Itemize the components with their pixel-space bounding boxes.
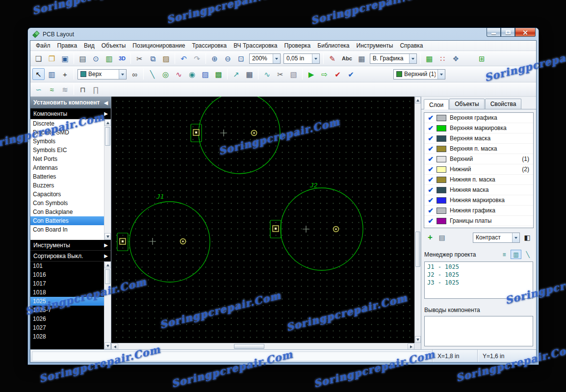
open-file-button[interactable]: ❐ [46, 52, 58, 64]
footprint-battery-j1[interactable]: J1 [117, 193, 210, 282]
ratlines-button[interactable]: ↗ [230, 68, 242, 80]
part-number-item[interactable]: 1017 [30, 279, 104, 288]
layer-visibility-checkbox[interactable]: ✔ [426, 165, 435, 174]
layer-visibility-checkbox[interactable]: ✔ [426, 185, 435, 194]
board-view-button[interactable]: ▥ [46, 68, 58, 80]
layer-color-swatch[interactable] [437, 166, 446, 173]
menu-item-11[interactable]: Справка [396, 41, 426, 50]
layer-color-swatch[interactable] [437, 135, 446, 142]
layer-color-swatch[interactable] [437, 177, 446, 183]
layer-color-swatch[interactable] [437, 187, 446, 193]
menu-item-2[interactable]: Правка [54, 41, 81, 50]
scroll-down-button[interactable] [104, 233, 111, 240]
scroll-up-button[interactable] [415, 97, 421, 104]
copy-button[interactable]: ⧉ [147, 52, 159, 64]
layer-visibility-checkbox[interactable]: ✔ [426, 113, 435, 122]
layer-color-swatch[interactable] [437, 208, 446, 214]
scroll-thumb[interactable] [415, 232, 420, 267]
print-button[interactable]: ▤ [77, 52, 89, 64]
part-number-item[interactable]: 1025-7 [30, 306, 104, 314]
scroll-up-button[interactable] [104, 261, 111, 268]
part-number-item[interactable]: 1016 [30, 270, 104, 279]
panel-toggle-button[interactable]: ⊞ [476, 52, 488, 64]
reference-label[interactable]: J2 [309, 182, 318, 189]
place-component-header[interactable]: Установить компонент ◀ [30, 97, 111, 108]
place-line-button[interactable]: ╲ [146, 68, 158, 80]
layer-properties-button[interactable]: ▤ [436, 232, 448, 243]
component-category-item[interactable]: Antennas [30, 163, 104, 172]
scroll-track[interactable] [104, 126, 111, 233]
sort-section-bar[interactable]: Сортировка Выкл. ▶ [30, 251, 111, 261]
layer-visibility-checkbox[interactable]: ✔ [426, 175, 435, 184]
paste-button[interactable]: ▨ [160, 52, 172, 64]
zoom-out-button[interactable]: ⊖ [222, 52, 234, 64]
contrast-combo[interactable]: Контраст [473, 233, 520, 243]
scroll-thumb[interactable] [105, 127, 110, 146]
place-origin-button[interactable]: + [59, 68, 71, 80]
project-component-item[interactable]: J2 - 1025 [425, 271, 533, 279]
redo-button[interactable]: ↷ [191, 52, 203, 64]
menu-item-9[interactable]: Библиотека [314, 41, 353, 50]
component-category-item[interactable]: Con Batteries [30, 216, 104, 225]
tools-section-bar[interactable]: Инструменты ▶ [30, 240, 111, 251]
component-category-item[interactable]: Buzzers [30, 181, 104, 190]
component-category-item[interactable]: Discrete SMD [30, 128, 104, 137]
report-button[interactable]: ▥ [103, 52, 115, 64]
grid-table-button[interactable]: ▦ [243, 68, 256, 80]
footprint-battery-j2[interactable]: J2 [270, 182, 363, 270]
zoom-window-button[interactable]: ⊡ [235, 52, 247, 64]
scroll-down-button[interactable] [415, 336, 421, 343]
place-fill-button[interactable]: ▨ [199, 68, 211, 80]
scroll-right-button[interactable] [408, 343, 414, 349]
trace-mode-button[interactable]: ∽ [32, 83, 45, 95]
cut-button[interactable]: ✂ [133, 52, 146, 64]
new-file-button[interactable]: ❏ [32, 52, 45, 64]
pattern-button[interactable]: ▦ [356, 52, 368, 64]
part-number-item[interactable]: 1028 [30, 332, 104, 341]
menu-item-4[interactable]: Объекты [98, 41, 129, 50]
zoom-level-combo[interactable]: 200% [249, 53, 281, 64]
autoroute-run-button[interactable]: ▶ [305, 68, 317, 80]
menu-item-10[interactable]: Инструменты [353, 41, 397, 50]
maximize-button[interactable] [501, 28, 515, 37]
cursor-tool-button[interactable]: ↖ [32, 68, 45, 80]
draw-setup-button[interactable]: ✎ [326, 52, 338, 64]
part-number-item[interactable]: 1025 [30, 297, 104, 306]
menu-item-3[interactable]: Вид [80, 41, 98, 50]
part-number-item[interactable]: 1027 [30, 323, 104, 332]
scroll-down-button[interactable] [104, 342, 111, 349]
component-category-item[interactable]: Symbols EIC [30, 146, 104, 155]
layer-visibility-checkbox[interactable]: ✔ [426, 216, 435, 225]
component-category-item[interactable]: Capacitors [30, 190, 104, 199]
components-section-bar[interactable]: Компоненты ▶ [30, 108, 111, 119]
place-copper-button[interactable]: ▩ [212, 68, 225, 80]
jumper-flat-button[interactable]: ∏ [90, 83, 102, 95]
reference-label[interactable]: J1 [156, 193, 164, 200]
print-preview-button[interactable]: ⊙ [90, 52, 102, 64]
resize-grip[interactable] [528, 350, 536, 362]
component-category-item[interactable]: Con Symbols [30, 199, 104, 208]
save-button[interactable]: ▣ [59, 52, 71, 64]
net-optimize-button[interactable]: ❖ [450, 52, 462, 64]
tab-layers[interactable]: Слои [424, 99, 449, 109]
scroll-left-button[interactable] [111, 343, 118, 349]
pm-board-view-button[interactable]: ▥ [511, 250, 521, 259]
pcb-editor-canvas[interactable]: J1 J2 [111, 97, 421, 349]
component-grid-button[interactable]: ▦ [423, 52, 436, 64]
unroute-button[interactable]: ✂ [274, 68, 286, 80]
component-category-item[interactable]: Symbols [30, 137, 104, 146]
erc-check-button[interactable]: ✔ [345, 68, 357, 80]
layer-step-up-button[interactable]: ≈ [46, 83, 58, 95]
menu-item-5[interactable]: Позиционирование [129, 41, 188, 50]
menu-item-7[interactable]: ВЧ Трассировка [230, 41, 281, 50]
menu-item-1[interactable]: Файл [32, 41, 54, 50]
part-number-item[interactable]: 101 [30, 261, 104, 270]
menu-item-8[interactable]: Проверка [281, 41, 314, 50]
component-category-item[interactable]: Discrete [30, 119, 104, 128]
view-3d-button[interactable]: 3D [116, 52, 128, 64]
scroll-thumb[interactable] [105, 269, 110, 284]
abc-text-button[interactable]: Abc [339, 52, 355, 64]
component-category-item[interactable]: Batteries [30, 172, 104, 181]
menu-item-6[interactable]: Трассировка [189, 41, 231, 50]
scroll-track[interactable] [118, 343, 408, 349]
